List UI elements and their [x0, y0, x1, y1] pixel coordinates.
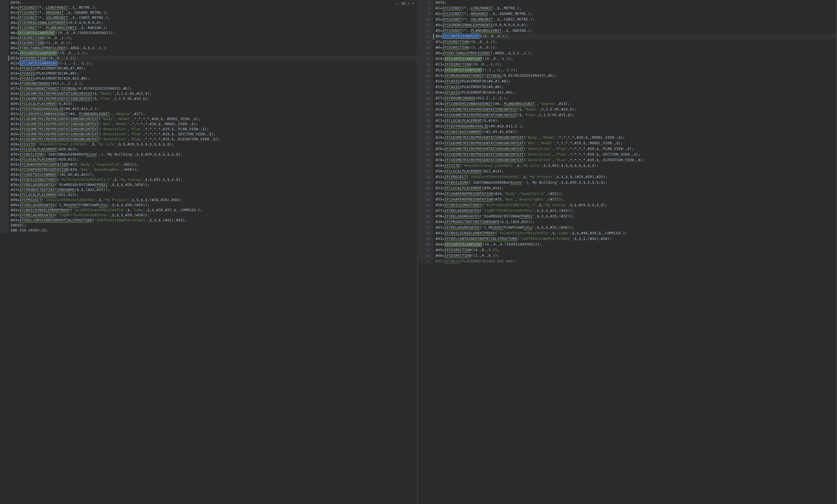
line-number[interactable]: 35: [418, 157, 433, 163]
code-content[interactable]: #13=IFCMEASUREWITHUNIT(IFCREAL(0.0174532…: [433, 73, 837, 79]
code-line[interactable]: #28=IFCSITE('0HquQdG3r6nwZ_pzUh9Qfx',$,'…: [0, 142, 418, 147]
gutter[interactable]: [0, 30, 8, 35]
code-line[interactable]: #15=IFCAXIS2PLACEMENT3D(#10,#11,#8);: [0, 76, 418, 81]
code-line[interactable]: 40#33=IFCLOCALPLACEMENT(#30,#14);: [418, 186, 837, 191]
line-number[interactable]: 43: [418, 203, 433, 208]
line-number[interactable]: 53: [418, 259, 433, 264]
gutter[interactable]: [0, 35, 8, 40]
gutter[interactable]: [0, 101, 8, 106]
code-content[interactable]: #17=IFCMEASUREWITHUNIT(IFCREAL(0.0174532…: [8, 86, 418, 91]
line-number[interactable]: 38: [418, 174, 433, 180]
code-line[interactable]: 39#32=IFCBUILDING('2bAYIBWanC69b6BsFAiyn…: [418, 180, 837, 186]
code-line[interactable]: DATA;: [0, 0, 418, 5]
line-number[interactable]: 41: [418, 191, 433, 197]
line-number[interactable]: 31: [418, 135, 433, 141]
line-number[interactable]: 45: [418, 214, 433, 219]
code-line[interactable]: 41#34=IFCSHAPEREPRESENTATION(#24,'Body',…: [418, 191, 837, 197]
code-content[interactable]: #33=IFCLOCALPLACEMENT(#30,#14);: [433, 186, 837, 191]
code-content[interactable]: #24=IFCGEOMETRICREPRESENTATIONSUBCONTEXT…: [433, 135, 837, 141]
code-line[interactable]: 11#4=IFCDIMENSIONALEXPONENTS(0,0,0,0,0,0…: [418, 22, 837, 28]
gutter[interactable]: [0, 106, 8, 111]
code-content[interactable]: #26=IFCGEOMETRICREPRESENTATIONSUBCONTEXT…: [433, 146, 837, 152]
code-content[interactable]: #21=IFCEXTRUDEDAREASOLID(#9,#15,#11,2.);: [8, 106, 418, 111]
code-line[interactable]: 23#16=IFCAXIS2PLACEMENT3D(#10,#11,#8);: [418, 90, 837, 96]
code-content[interactable]: #42=IFCRELAGGREGATES('2JgRF7fbv0fx9x3oBt…: [8, 212, 418, 218]
code-content[interactable]: #2=IFCSIUNIT(*,.AREAUNIT.,$,.SQUARE_METR…: [433, 11, 837, 17]
line-number[interactable]: 48: [418, 231, 433, 236]
line-number[interactable]: 20: [418, 73, 433, 79]
line-number[interactable]: 30: [418, 129, 433, 135]
code-line[interactable]: 38#31=IFCPROJECT('2bEQ2uc0T60u4zSeRuV$02…: [418, 174, 837, 180]
code-line[interactable]: #25=IFCGEOMETRICREPRESENTATIONSUBCONTEXT…: [0, 127, 418, 132]
code-content[interactable]: DATA;: [433, 0, 837, 6]
code-line[interactable]: 12#5=IFCSIUNIT(*,.PLANEANGLEUNIT.,$,.RAD…: [418, 28, 837, 34]
code-content[interactable]: #10=IFCCARTESIANPOINT((0.,0.,-1.));: [433, 56, 837, 62]
code-line[interactable]: #1=IFCSIUNIT(*,.LENGTHUNIT.,$,.METRE.);: [0, 5, 418, 10]
code-content[interactable]: #32=IFCSHAPEREPRESENTATION(#23,'Body','S…: [8, 162, 418, 167]
line-number[interactable]: 36: [418, 163, 433, 169]
line-number[interactable]: 42: [418, 197, 433, 203]
code-line[interactable]: #7=IFCDIRECTION((0.,0.,1.));: [0, 35, 418, 40]
line-number[interactable]: 39: [418, 180, 433, 186]
code-line[interactable]: #18=IFCGEOMETRICREPRESENTATIONCONTEXT($,…: [0, 91, 418, 96]
code-content[interactable]: #37=IFCPRODUCTDEFINITIONSHAPE($,$,(#32,#…: [8, 187, 418, 192]
code-content[interactable]: #28=IFCGEOMETRICREPRESENTATIONSUBCONTEXT…: [433, 157, 837, 163]
gutter[interactable]: [0, 228, 8, 233]
code-line[interactable]: #3=IFCSIUNIT(*,.VOLUMEUNIT.,$,.CUBIC_MET…: [0, 15, 418, 20]
code-line[interactable]: #33=IFCSHAPEREPRESENTATION(#24,'Box','Bo…: [0, 167, 418, 172]
gutter[interactable]: [0, 187, 8, 192]
code-content[interactable]: #31=IFCPROJECT('2bEQ2uc0T60u4zSeRuV$02',…: [433, 174, 837, 180]
gutter[interactable]: [0, 81, 8, 86]
code-line[interactable]: 48#42=IFCBUILDINGELEMENTPROXY('3vJeEVZYz…: [418, 231, 837, 236]
gutter[interactable]: [0, 177, 8, 182]
code-content[interactable]: #11=IFCDIRECTION((0.,0.,-1.));: [433, 62, 837, 68]
gutter[interactable]: [0, 172, 8, 177]
code-line[interactable]: #32=IFCSHAPEREPRESENTATION(#23,'Body','S…: [0, 162, 418, 167]
code-line[interactable]: 46#39=IFCPRODUCTDEFINITIONSHAPE($,$,(#34…: [418, 219, 837, 225]
code-line[interactable]: 43#36=IFCBUILDINGSTOREY('0SJPxXyVvECO2ME…: [418, 203, 837, 208]
line-number[interactable]: 9: [418, 11, 433, 17]
code-line[interactable]: 19#12=IFCCARTESIANPOINT((-1.,-1.,-1.));: [418, 68, 837, 73]
code-content[interactable]: #45=IFCDIRECTION((0.,0.,1.));: [433, 247, 837, 253]
line-number[interactable]: 46: [418, 219, 433, 225]
gutter[interactable]: [0, 218, 8, 223]
code-content[interactable]: #10=IFCCARTESIANPOINT((0.,0.,-1.));: [8, 51, 418, 56]
code-line[interactable]: 31#24=IFCGEOMETRICREPRESENTATIONSUBCONTE…: [418, 135, 837, 141]
code-line[interactable]: #38=IFCLOCALPLACEMENT(#31,#13);: [0, 192, 418, 198]
code-line[interactable]: #10=IFCCARTESIANPOINT((0.,0.,-1.));: [0, 51, 418, 56]
code-content[interactable]: #39=IFCPROJECT('2bEQ2uc0T60u4zSeRuV$02',…: [8, 198, 418, 203]
code-content[interactable]: #20=IFCLOCALPLACEMENT($,#13);: [8, 101, 418, 106]
gutter[interactable]: [0, 162, 8, 167]
gutter[interactable]: [0, 45, 8, 51]
gutter[interactable]: [0, 198, 8, 203]
line-number[interactable]: 26: [418, 107, 433, 112]
code-content[interactable]: #35=IFCSHAPEREPRESENTATION(#25,'Box','Bo…: [433, 197, 837, 203]
code-line[interactable]: 24#17=IFCBOUNDINGBOX(#12,2.,2.,2.);: [418, 96, 837, 101]
code-line[interactable]: 26#19=IFCGEOMETRICREPRESENTATIONCONTEXT(…: [418, 107, 837, 112]
code-content[interactable]: ENDSEC;: [8, 223, 418, 228]
code-content[interactable]: #42=IFCBUILDINGELEMENTPROXY('3vJeEVZYzA3…: [433, 231, 837, 236]
line-number[interactable]: 47: [418, 225, 433, 231]
gutter[interactable]: [0, 116, 8, 122]
code-content[interactable]: #34=IFCSHAPEREPRESENTATION(#24,'Body','S…: [433, 191, 837, 197]
code-content[interactable]: #18=IFCGEOMETRICREPRESENTATIONCONTEXT($,…: [8, 91, 418, 96]
code-line[interactable]: #5=IFCSIUNIT(*,.PLANEANGLEUNIT.,$,.RADIA…: [0, 25, 418, 30]
line-number[interactable]: 29: [418, 124, 433, 129]
line-number[interactable]: 12: [418, 28, 433, 34]
code-content[interactable]: #20=IFCGEOMETRICREPRESENTATIONCONTEXT($,…: [433, 112, 837, 118]
code-content[interactable]: #4=IFCDIMENSIONALEXPONENTS(0,0,0,0,0,0,0…: [433, 22, 837, 28]
code-content[interactable]: #16=IFCAXIS2PLACEMENT3D(#10,#11,#8);: [433, 90, 837, 96]
gutter[interactable]: [0, 66, 8, 71]
code-content[interactable]: END-ISO-10303-21;: [8, 228, 418, 233]
code-line[interactable]: #31=IFCLOCALPLACEMENT(#29,#13);: [0, 157, 418, 162]
gutter[interactable]: [0, 111, 8, 116]
code-line[interactable]: #13=IFCAXIS2PLACEMENT3D(#6,#7,#8);: [0, 66, 418, 71]
gutter[interactable]: [0, 212, 8, 218]
line-number[interactable]: 37: [418, 169, 433, 174]
code-line[interactable]: #24=IFCGEOMETRICREPRESENTATIONSUBCONTEXT…: [0, 122, 418, 127]
code-content[interactable]: #19=IFCGEOMETRICREPRESENTATIONCONTEXT($,…: [8, 96, 418, 101]
code-content[interactable]: #17=IFCBOUNDINGBOX(#12,2.,2.,2.);: [433, 96, 837, 101]
code-line[interactable]: #29=IFCLOCALPLACEMENT(#20,#13);: [0, 147, 418, 152]
code-line[interactable]: #14=IFCAXIS2PLACEMENT2D(#6,#8);: [0, 71, 418, 76]
code-line[interactable]: 10#3=IFCSIUNIT(*,.VOLUMEUNIT.,$,.CUBIC_M…: [418, 17, 837, 22]
